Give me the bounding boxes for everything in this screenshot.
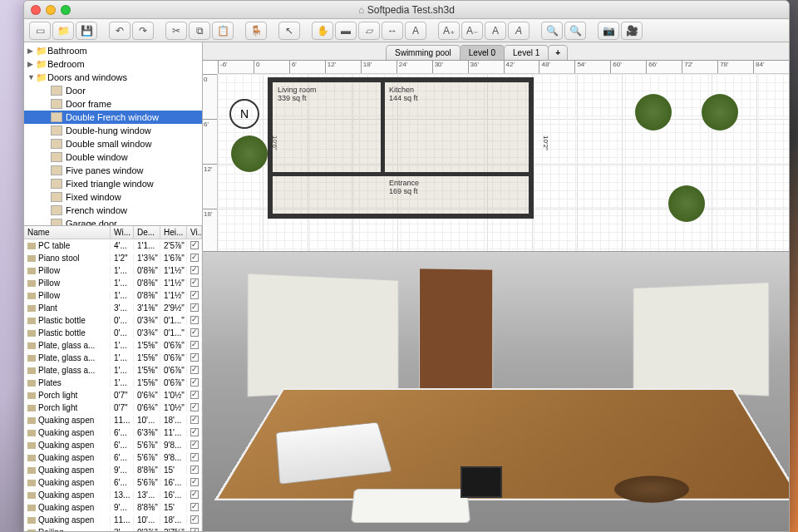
checkbox-icon[interactable] [190, 490, 199, 499]
furniture-row[interactable]: Plate, glass a...1'...1'5⅝"0'6⅞" [24, 352, 202, 364]
checkbox-icon[interactable] [190, 291, 199, 299]
col-width[interactable]: Wi... [111, 226, 134, 239]
cell-visible[interactable] [187, 416, 202, 426]
cell-visible[interactable] [187, 490, 202, 500]
close-button[interactable] [31, 5, 41, 15]
paste-button[interactable]: 📋 [212, 22, 234, 40]
italic-button[interactable]: A [508, 22, 530, 40]
dimension-tool[interactable]: ↔ [382, 22, 403, 40]
checkbox-icon[interactable] [190, 466, 199, 474]
text-tool[interactable]: A [405, 22, 426, 40]
col-visible[interactable]: Vi... [187, 226, 202, 239]
furniture-row[interactable]: Plate, glass a...1'...1'5⅝"0'6⅞" [24, 339, 202, 352]
cell-visible[interactable] [187, 515, 202, 525]
minimize-button[interactable] [46, 5, 56, 15]
cell-visible[interactable] [187, 341, 202, 351]
col-depth[interactable]: De... [134, 226, 160, 239]
furniture-header[interactable]: Name Wi... De... Hei... Vi... [24, 226, 202, 239]
checkbox-icon[interactable] [190, 366, 199, 374]
tree-icon[interactable] [231, 135, 268, 172]
cell-visible[interactable] [187, 316, 202, 326]
checkbox-icon[interactable] [190, 503, 199, 511]
copy-button[interactable]: ⧉ [189, 22, 210, 40]
plan-view[interactable]: -6'06'12'18'24'30'36'42'48'54'60'66'72'7… [203, 61, 789, 252]
furniture-catalog[interactable]: ▶📁Bathroom▶📁Bedroom▼📁Doors and windowsDo… [24, 42, 202, 225]
tree-icon[interactable] [635, 94, 672, 131]
furniture-row[interactable]: Plates1'...1'5⅝"0'6⅞" [24, 377, 202, 389]
catalog-item[interactable]: Double small window [24, 137, 202, 150]
cell-visible[interactable] [187, 353, 202, 363]
cell-visible[interactable] [187, 478, 202, 488]
save-button[interactable]: 💾 [76, 22, 97, 40]
checkbox-icon[interactable] [190, 328, 199, 337]
checkbox-icon[interactable] [190, 278, 199, 287]
cell-visible[interactable] [187, 241, 202, 251]
photo-button[interactable]: 📷 [598, 22, 619, 40]
furniture-row[interactable]: Quaking aspen11...10'...18'... [24, 414, 202, 426]
furniture-row[interactable]: Plastic bottle0'...0'3¾"0'1..." [24, 327, 202, 339]
furniture-row[interactable]: Quaking aspen11...10'...18'... [24, 514, 202, 526]
checkbox-icon[interactable] [190, 416, 199, 424]
text-size-down[interactable]: A₋ [461, 22, 483, 40]
cell-visible[interactable] [187, 503, 202, 513]
furniture-row[interactable]: Railing3'...0'3⅞"2'7⅝" [24, 526, 202, 531]
add-furniture-button[interactable]: 🪑 [245, 22, 267, 40]
checkbox-icon[interactable] [190, 316, 199, 324]
catalog-item[interactable]: Door frame [24, 97, 202, 111]
room-tool[interactable]: ▱ [358, 22, 380, 40]
catalog-item[interactable]: French window [24, 204, 202, 217]
checkbox-icon[interactable] [190, 353, 199, 362]
tv-3d[interactable] [461, 466, 502, 498]
cell-visible[interactable] [187, 378, 202, 388]
checkbox-icon[interactable] [190, 403, 199, 411]
furniture-row[interactable]: Quaking aspen6'...5'6⅞"16'... [24, 476, 202, 489]
cell-visible[interactable] [187, 391, 202, 401]
level-tab[interactable]: Level 1 [504, 45, 549, 60]
redo-button[interactable]: ↷ [132, 22, 154, 40]
furniture-row[interactable]: Quaking aspen13...13'...16'... [24, 489, 202, 501]
cell-visible[interactable] [187, 428, 202, 438]
cut-button[interactable]: ✂ [165, 22, 187, 40]
furniture-row[interactable]: Quaking aspen6'...5'6⅞"9'8... [24, 439, 202, 451]
cell-visible[interactable] [187, 466, 202, 475]
cell-visible[interactable] [187, 254, 202, 264]
furniture-row[interactable]: Pillow1'...0'8⅜"1'1½" [24, 264, 202, 277]
cell-visible[interactable] [187, 453, 202, 463]
zoom-in-button[interactable]: 🔍 [541, 22, 563, 40]
zoom-out-button[interactable]: 🔍 [564, 22, 586, 40]
furniture-row[interactable]: Plant3'...3'1⅜"2'9½" [24, 302, 202, 314]
catalog-folder[interactable]: ▼📁Doors and windows [24, 71, 202, 84]
cell-visible[interactable] [187, 303, 202, 313]
tree-icon[interactable] [702, 94, 738, 131]
pan-tool[interactable]: ✋ [312, 22, 333, 40]
new-button[interactable]: ▭ [29, 22, 51, 40]
checkbox-icon[interactable] [190, 528, 199, 532]
cell-visible[interactable] [187, 366, 202, 376]
add-level-button[interactable]: + [548, 45, 568, 60]
catalog-item[interactable]: Fixed triangle window [24, 177, 202, 190]
catalog-item[interactable]: Garage door [24, 217, 202, 225]
sofa-3d[interactable] [351, 489, 470, 523]
cell-visible[interactable] [187, 328, 202, 338]
catalog-item[interactable]: Double window [24, 150, 202, 164]
cell-visible[interactable] [187, 278, 202, 288]
furniture-row[interactable]: Quaking aspen6'...5'6⅞"9'8... [24, 451, 202, 464]
tree-icon[interactable] [668, 185, 705, 222]
checkbox-icon[interactable] [190, 441, 199, 449]
cell-visible[interactable] [187, 441, 202, 451]
zoom-button[interactable] [61, 5, 71, 15]
select-tool[interactable]: ↖ [278, 22, 300, 40]
interior-wall[interactable] [381, 82, 385, 174]
interior-wall[interactable] [273, 172, 529, 176]
checkbox-icon[interactable] [190, 254, 199, 262]
checkbox-icon[interactable] [190, 391, 199, 399]
furniture-rows[interactable]: PC table4'...1'1...2'5⅞"Piano stool1'2"1… [24, 239, 202, 531]
checkbox-icon[interactable] [190, 341, 199, 349]
cell-visible[interactable] [187, 291, 202, 301]
furniture-row[interactable]: Plastic bottle0'...0'3¾"0'1..." [24, 314, 202, 327]
furniture-row[interactable]: Porch light0'7"0'6¾"1'0½" [24, 401, 202, 414]
view-3d[interactable] [203, 252, 789, 531]
level-tab[interactable]: Level 0 [460, 45, 505, 60]
furniture-row[interactable]: Porch light0'7"0'6¾"1'0½" [24, 389, 202, 401]
checkbox-icon[interactable] [190, 266, 199, 274]
